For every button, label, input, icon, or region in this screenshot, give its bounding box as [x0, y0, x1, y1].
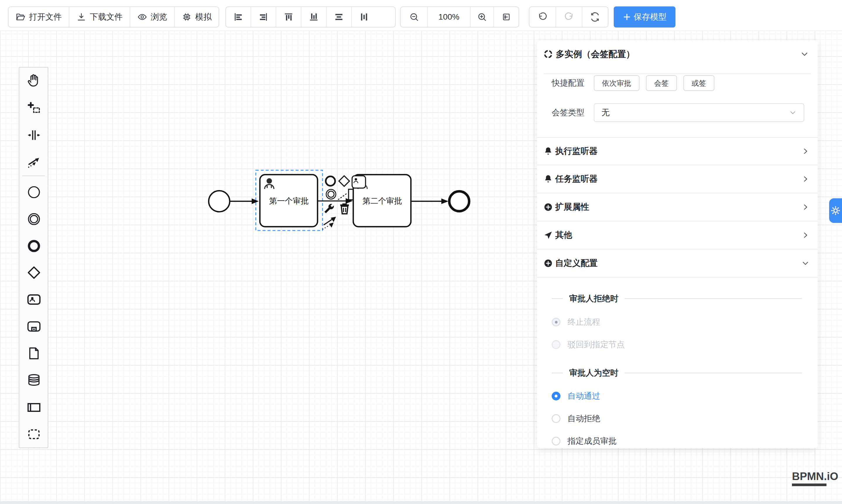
- append-gateway-icon[interactable]: [339, 176, 349, 186]
- empty-divider-title: 审批人为空时: [569, 367, 618, 379]
- open-file-button[interactable]: 打开文件: [8, 7, 69, 27]
- fit-viewport-button[interactable]: [493, 7, 519, 27]
- create-end-event[interactable]: [27, 238, 41, 254]
- radio-icon: [552, 437, 560, 446]
- chevron-right-icon: [801, 231, 809, 239]
- simulate-label: 模拟: [195, 12, 212, 22]
- download-file-label: 下载文件: [90, 12, 123, 22]
- redo-button[interactable]: [556, 7, 581, 27]
- space-tool[interactable]: [27, 128, 41, 143]
- radio-icon: [552, 340, 560, 349]
- panel-title: 多实例（会签配置）: [556, 48, 635, 60]
- plus-icon: [623, 13, 631, 21]
- align-left-button[interactable]: [226, 7, 250, 27]
- append-end-event-icon[interactable]: [326, 176, 335, 186]
- sequence-flow-3[interactable]: [411, 199, 449, 204]
- zoom-out-button[interactable]: [401, 7, 427, 27]
- create-gateway[interactable]: [27, 265, 41, 280]
- gear-icon: [830, 205, 841, 216]
- zoom-in-button[interactable]: [470, 7, 493, 27]
- section-execution-listener[interactable]: 执行监听器: [537, 137, 818, 165]
- global-connect-tool[interactable]: [27, 154, 41, 169]
- align-bottom-button[interactable]: [301, 7, 326, 27]
- refresh-icon: [590, 12, 600, 22]
- start-event[interactable]: [209, 191, 230, 212]
- align-right-button[interactable]: [250, 7, 276, 27]
- eye-icon: [137, 12, 147, 22]
- folder-open-icon: [16, 12, 25, 22]
- settings-edge-tab[interactable]: [829, 198, 842, 223]
- bottom-scroll-strip[interactable]: [0, 501, 842, 504]
- bpmn-io-logo-underline: [792, 484, 826, 486]
- chevron-right-icon: [801, 175, 809, 183]
- zoom-out-icon: [409, 12, 419, 22]
- send-icon: [543, 231, 553, 240]
- create-start-event[interactable]: [27, 184, 41, 200]
- quick-config-row: 快捷配置 依次审批 会签 或签: [552, 75, 804, 91]
- align-top-icon: [283, 12, 294, 22]
- align-center-vertical-button[interactable]: [351, 7, 376, 27]
- quick-button-sequential[interactable]: 依次审批: [594, 75, 639, 91]
- zoom-in-icon: [477, 12, 487, 22]
- section-extended-properties[interactable]: 扩展属性: [537, 193, 818, 221]
- quick-button-countersign[interactable]: 会签: [646, 75, 677, 91]
- zoom-level-value: 100%: [438, 12, 459, 22]
- palette: [19, 67, 48, 448]
- radio-icon: [552, 318, 560, 326]
- create-data-object[interactable]: [27, 346, 41, 361]
- create-data-store[interactable]: [27, 372, 41, 388]
- task1-label: 第一个审批: [269, 197, 309, 205]
- section-other[interactable]: 其他: [537, 221, 818, 250]
- hand-tool[interactable]: [27, 73, 41, 88]
- zoom-level[interactable]: 100%: [427, 7, 470, 27]
- wrench-icon[interactable]: [324, 204, 334, 213]
- refresh-button[interactable]: [582, 7, 608, 27]
- palette-separator: [22, 176, 45, 176]
- lasso-tool[interactable]: [27, 101, 41, 116]
- save-model-button[interactable]: 保存模型: [614, 6, 676, 28]
- zoom-button-group: 100%: [400, 6, 519, 28]
- connect-icon[interactable]: [322, 217, 336, 229]
- radio-icon: [552, 392, 560, 400]
- multi-instance-icon: [543, 50, 553, 59]
- bpmn-io-logo[interactable]: BPMN.iO: [792, 470, 838, 486]
- radio-return-to-node[interactable]: 驳回到指定节点: [552, 339, 625, 350]
- chevron-right-icon: [801, 147, 809, 155]
- quick-button-orsign[interactable]: 或签: [683, 75, 714, 91]
- align-center-horizontal-button[interactable]: [326, 7, 351, 27]
- undo-button[interactable]: [529, 7, 556, 27]
- simulate-button[interactable]: 模拟: [174, 7, 218, 27]
- section-task-listener[interactable]: 任务监听器: [537, 165, 818, 193]
- history-button-group: [529, 6, 609, 28]
- panel-header-multi-instance[interactable]: 多实例（会签配置）: [543, 46, 809, 62]
- radio-terminate-process[interactable]: 终止流程: [552, 317, 600, 328]
- reject-divider-title: 审批人拒绝时: [569, 293, 618, 304]
- redo-icon: [564, 12, 574, 22]
- sequence-flow-1[interactable]: [230, 199, 259, 204]
- sign-type-label: 会签类型: [552, 107, 585, 118]
- undo-icon: [538, 12, 548, 22]
- align-center-horizontal-icon: [334, 12, 344, 22]
- append-user-task-icon[interactable]: [352, 176, 366, 188]
- chevron-down-icon: [800, 50, 809, 58]
- trash-icon[interactable]: [340, 204, 349, 214]
- radio-auto-pass[interactable]: 自动通过: [552, 391, 600, 402]
- browse-button[interactable]: 浏览: [130, 7, 174, 27]
- browse-label: 浏览: [151, 12, 167, 22]
- create-user-task[interactable]: [27, 292, 41, 307]
- quick-config-label: 快捷配置: [552, 77, 585, 89]
- radio-designated-member[interactable]: 指定成员审批: [552, 435, 617, 447]
- create-group[interactable]: [27, 427, 41, 442]
- align-top-button[interactable]: [276, 7, 301, 27]
- create-subprocess[interactable]: [27, 319, 41, 334]
- sign-type-select[interactable]: 无: [594, 103, 804, 122]
- end-event[interactable]: [449, 191, 469, 211]
- create-intermediate-event[interactable]: [27, 212, 41, 227]
- radio-auto-reject[interactable]: 自动拒绝: [552, 413, 600, 424]
- task-first-approval[interactable]: 第一个审批: [260, 175, 318, 227]
- create-participant[interactable]: [27, 400, 41, 415]
- append-intermediate-event-icon[interactable]: [326, 190, 336, 199]
- section-custom-config[interactable]: 自定义配置: [537, 250, 818, 277]
- chevron-right-icon: [801, 203, 809, 211]
- download-file-button[interactable]: 下载文件: [69, 7, 130, 27]
